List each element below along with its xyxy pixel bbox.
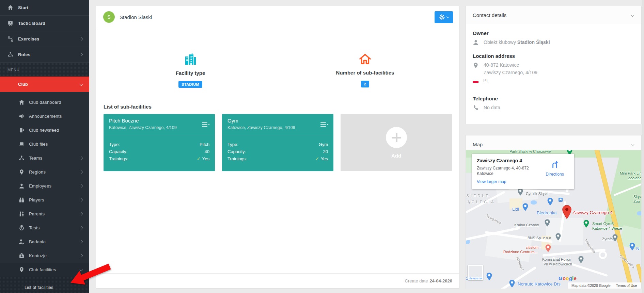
map-label: Norauto Katowice Dts: [518, 281, 561, 287]
chevron-right-icon: [80, 212, 83, 216]
sidebar-item-label: Employees: [29, 183, 51, 189]
map-marker-icon[interactable]: [562, 205, 571, 220]
terms-of-use-link[interactable]: Terms of Use: [616, 283, 637, 288]
facility-header: S Stadion Slaski: [96, 6, 459, 28]
address-row: 40-872 Katowice Zawiszy Czarnego, 4/109: [473, 62, 634, 75]
telephone-row: No data: [473, 105, 634, 111]
megaphone-icon: [19, 113, 25, 119]
avatar: S: [103, 11, 115, 23]
sidebar-item-label: Players: [29, 197, 44, 202]
sidebar-item-regions[interactable]: Regions: [0, 165, 89, 179]
map-label: Zoolandia: [628, 176, 641, 180]
sidebar-item-teams[interactable]: Teams: [0, 151, 89, 165]
home-icon: [7, 5, 13, 11]
sidebar-item-label: Club facilities: [29, 267, 56, 272]
map-attribution: Map data ©2020 Google Terms of Use Repor…: [568, 282, 641, 289]
plus-icon: [386, 127, 407, 148]
map-pin-grey-icon: [518, 188, 523, 197]
sidebar-item-announcements[interactable]: Announcements: [0, 109, 89, 123]
map-pin-tram-icon: [559, 197, 563, 203]
add-sub-facility-button[interactable]: Add: [341, 114, 452, 171]
map-pin-icon: [473, 62, 479, 68]
sidebar-item-label: Club: [18, 82, 28, 87]
map-label: Park Śląski w Chorzowie: [509, 150, 551, 153]
directions-fork-icon: [550, 160, 559, 169]
sidebar-item-start[interactable]: Start: [0, 0, 89, 16]
parents-icon: [19, 211, 25, 217]
map-label: TYSIĄCLECIA: [466, 200, 496, 204]
info-window-address: Zawiszy Czarnego 4, 40-872 Katowice: [477, 165, 535, 176]
facility-card[interactable]: Pitch BoczneKatowice, Zawiszy Czarnego, …: [104, 114, 215, 171]
map-panel: Map Zawiszy Czarnego 4 Za: [466, 135, 642, 289]
sidebar-item-label: Roles: [18, 52, 30, 57]
sidebar-item-label: Teams: [29, 156, 42, 161]
settings-button[interactable]: [435, 11, 453, 23]
sidebar-item-badania[interactable]: Badania: [0, 235, 89, 249]
sidebar-item-club-dashboard[interactable]: Club dashboard: [0, 95, 89, 109]
owner-heading: Owner: [473, 30, 634, 36]
sidebar-item-label: Club files: [29, 142, 48, 147]
map-pin-grey-icon: [555, 233, 561, 242]
facility-attribute-row: Capacity:20: [227, 148, 328, 155]
map-pin-grey-icon: [612, 234, 618, 243]
map-label: Komisariat Policji: [542, 257, 571, 261]
map-label: OSIEDLE: [466, 194, 490, 198]
facility-card-address: Katowice, Zawiszy Czarnego, 4/109: [109, 125, 209, 130]
phone-icon: [473, 105, 479, 111]
facility-card[interactable]: GymKatowice, Zawiszy Czarnego, 4/109Type…: [222, 114, 333, 171]
map-label: Zoo: [633, 199, 640, 204]
chevron-right-icon: [80, 254, 83, 258]
buildings-icon: [184, 53, 197, 65]
contact-details-title: Contact details: [473, 12, 506, 18]
sidebar-item-club-newsfeed[interactable]: Club newsfeed: [0, 123, 89, 137]
create-date-value: 24-04-2020: [430, 278, 453, 283]
sidebar-item-tests[interactable]: Tests: [0, 221, 89, 235]
map-label: citistom -: [526, 245, 541, 249]
satellite-view-toggle[interactable]: [468, 265, 483, 280]
google-map[interactable]: Zawiszy Czarnego 4 Zawiszy Czarnego 4, 4…: [466, 150, 641, 289]
owner-name: Stadion Śląski: [517, 39, 550, 45]
card-footer: Create date 24-04-2020: [96, 273, 459, 288]
people-icon: [19, 197, 25, 203]
contact-details-header[interactable]: Contact details: [466, 6, 641, 24]
country-row: PL: [473, 78, 634, 83]
sidebar-item-exercises[interactable]: Exercises: [0, 31, 89, 47]
check-icon: ✓: [315, 156, 319, 161]
chevron-right-icon: [80, 170, 83, 174]
map-label: Smart Gym®: [592, 222, 614, 226]
view-larger-map-link[interactable]: View larger map: [477, 179, 506, 184]
roles-icon: [19, 155, 25, 161]
roles-icon: [7, 52, 13, 58]
sidebar-item-club[interactable]: Club: [0, 77, 89, 92]
facility-attribute-row: Trainings:✓Yes: [227, 155, 328, 162]
sidebar-item-label: Parents: [29, 211, 45, 216]
sidebar-item-label: Club dashboard: [29, 100, 61, 105]
chevron-right-icon: [80, 53, 83, 56]
tactic-board-icon: [7, 20, 13, 26]
map-label: Kraina Czarów: [514, 223, 539, 227]
directions-button[interactable]: Directions: [543, 160, 567, 177]
sidebar-item-label: Kontuzje: [29, 253, 47, 258]
page-title: Stadion Slaski: [120, 14, 152, 20]
scrollbar[interactable]: [642, 0, 644, 293]
owner-prefix: Obiekt klubowy: [484, 39, 517, 45]
card-menu-icon[interactable]: [202, 121, 210, 128]
facility-type-badge: STADIUM: [178, 81, 202, 88]
chevron-right-icon: [80, 226, 83, 230]
card-menu-icon[interactable]: [320, 121, 329, 128]
red-arrow: [66, 260, 114, 289]
map-label: Mini Park Linowy: [620, 171, 641, 175]
door-icon: [19, 127, 25, 133]
sidebar-item-club-files[interactable]: Club files: [0, 137, 89, 151]
sidebar-item-tactic-board[interactable]: Tactic Board: [0, 16, 89, 31]
map-pin-grey-icon: [578, 256, 584, 265]
sidebar-item-players[interactable]: Players: [0, 193, 89, 207]
sidebar-item-parents[interactable]: Parents: [0, 207, 89, 221]
person-icon: [473, 39, 479, 46]
sidebar-item-roles[interactable]: Roles: [0, 47, 89, 63]
sidebar-item-employees[interactable]: Employees: [0, 179, 89, 193]
sidebar-item-label: Regions: [29, 169, 46, 175]
address-line2: Zawiszy Czarnego, 4/109: [484, 70, 537, 75]
create-date-label: Create date: [405, 278, 428, 283]
facility-attribute-row: Type:Gym: [227, 141, 328, 148]
